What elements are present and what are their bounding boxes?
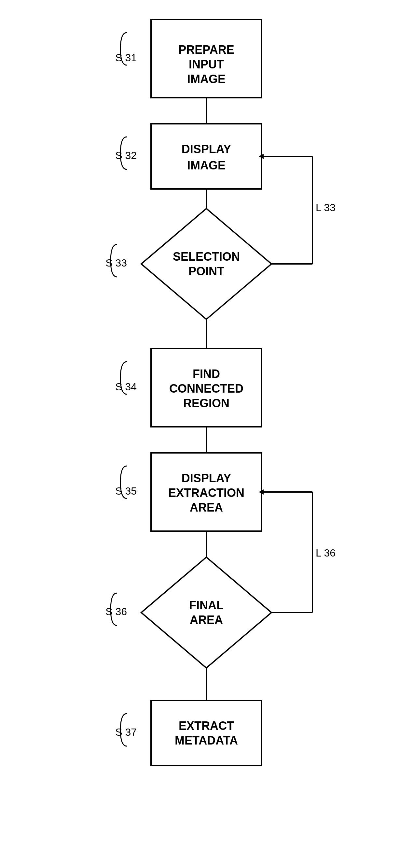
diagram-container: PREPARE INPUT IMAGE S 31 DISPLAY IMAGE S…: [0, 0, 413, 868]
s37-text-line1: EXTRACT: [179, 719, 234, 733]
s35-text-line1: DISPLAY: [182, 471, 231, 485]
s36-text-line2: AREA: [190, 613, 223, 626]
s32-text-line2: IMAGE: [187, 159, 226, 172]
s32-text-line1: DISPLAY: [182, 143, 231, 156]
s37-box: [151, 701, 262, 766]
s32-box: [151, 124, 262, 189]
s34-text-line1: FIND: [193, 367, 220, 380]
s31-label: S 31: [115, 52, 137, 64]
l33-label: L 33: [316, 202, 336, 213]
s34-label: S 34: [115, 381, 137, 393]
s36-diamond: [141, 557, 271, 668]
s31-text-line1: PREPARE: [178, 43, 234, 56]
l36-label: L 36: [316, 547, 336, 559]
s33-label: S 33: [105, 257, 127, 269]
s31-text-line2: INPUT: [189, 58, 224, 71]
s34-text-line2: CONNECTED: [169, 382, 243, 395]
s35-text-line2: EXTRACTION: [168, 486, 244, 499]
s35-label: S 35: [115, 485, 137, 497]
s37-text-line2: METADATA: [175, 734, 238, 747]
s37-label: S 37: [115, 726, 137, 738]
s33-diamond: [141, 209, 271, 319]
s34-text-line3: REGION: [183, 397, 230, 410]
s35-text-line3: AREA: [190, 501, 223, 514]
s31-text-line3: IMAGE: [187, 72, 226, 86]
s36-text-line1: FINAL: [189, 598, 223, 612]
s33-text-line2: POINT: [188, 265, 224, 278]
s32-label: S 32: [115, 150, 137, 161]
s36-label: S 36: [105, 606, 127, 617]
s33-text-line1: SELECTION: [173, 250, 240, 263]
